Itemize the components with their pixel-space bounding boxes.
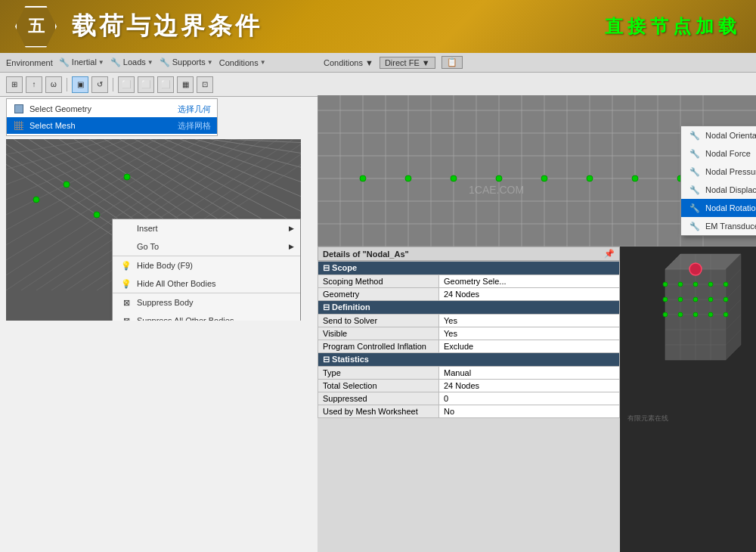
dfe-nodal-displacement-label: Nodal Displacement	[705, 185, 756, 194]
header-title: 载荷与边界条件	[72, 10, 262, 43]
svg-point-98	[663, 282, 668, 287]
definition-header-cell: ⊟ Definition	[318, 301, 620, 315]
toolbar-btn-6[interactable]: ⬜	[138, 76, 154, 93]
geometry-val: 24 Nodes	[439, 288, 620, 301]
svg-point-111	[708, 312, 713, 317]
toolbar-btn-1[interactable]: ⊞	[6, 76, 23, 93]
geometry-key: Geometry	[318, 288, 439, 301]
env-item-inertial[interactable]: 🔧 Inertial ▼	[59, 57, 104, 67]
model-3d-svg: 有限元素在线	[620, 247, 756, 428]
conditions-label: Conditions ▼	[324, 58, 373, 67]
send-solver-val: Yes	[439, 315, 620, 327]
toolbar-btn-select[interactable]: ▣	[72, 76, 88, 93]
details-table: ⊟ Scope Scoping Method Geometry Sele... …	[318, 261, 620, 418]
svg-point-38	[33, 197, 39, 203]
row-mesh-worksheet: Used by Mesh Worksheet No	[318, 405, 620, 418]
ctx-hide-body[interactable]: 💡 Hide Body (F9)	[113, 256, 300, 274]
row-scoping-method: Scoping Method Geometry Sele...	[318, 275, 620, 288]
ctx-suppress-all[interactable]: ⊠ Suppress All Other Bodies	[113, 312, 300, 321]
send-solver-key: Send to Solver	[318, 315, 439, 327]
dfe-nodal-force-label: Nodal Force	[705, 149, 751, 158]
dfe-nodal-rotation[interactable]: 🔧 Nodal Rotation	[681, 199, 756, 217]
dfe-nodal-orientation-label: Nodal Orientation	[705, 131, 756, 140]
ctx-suppress-body[interactable]: ⊠ Suppress Body	[113, 293, 300, 312]
right-panel: Conditions ▼ Direct FE ▼ 📋 🔧 Nodal Orien…	[318, 53, 756, 552]
select-mesh-item[interactable]: Select Mesh 选择网格	[7, 117, 217, 134]
env-item-supports[interactable]: 🔧 Supports ▼	[160, 57, 213, 67]
dfe-nodal-pressure-icon: 🔧	[689, 166, 701, 178]
dfe-nodal-orientation[interactable]: 🔧 Nodal Orientation	[681, 126, 756, 144]
visible-key: Visible	[318, 327, 439, 340]
type-key: Type	[318, 367, 439, 380]
row-send-solver: Send to Solver Yes	[318, 315, 620, 327]
details-pin-icon[interactable]: 📌	[604, 249, 615, 259]
ctx-suppress-body-icon: ⊠	[120, 296, 132, 309]
fe-toolbar: Conditions ▼ Direct FE ▼ 📋	[318, 53, 756, 73]
row-type: Type Manual	[318, 367, 620, 380]
section-scope: ⊟ Scope	[318, 262, 620, 275]
svg-point-99	[678, 282, 683, 287]
toolbar-btn-5[interactable]: ⬜	[118, 76, 135, 93]
select-geometry-item[interactable]: Select Geometry 选择几何	[7, 101, 217, 117]
select-mesh-label-cn: 选择网格	[178, 120, 211, 132]
env-item-conditions[interactable]: Conditions ▼	[219, 58, 266, 67]
svg-point-108	[663, 312, 668, 317]
details-title: Details of "Nodal_As"	[323, 250, 409, 259]
svg-point-102	[723, 282, 728, 287]
ctx-hide-all[interactable]: 💡 Hide All Other Bodies	[113, 274, 300, 293]
toolbar-btn-4[interactable]: ↺	[91, 76, 108, 93]
dfe-nodal-rotation-icon: 🔧	[689, 202, 701, 214]
svg-point-100	[693, 282, 698, 287]
svg-point-103	[663, 297, 668, 302]
toolbar-btn-9[interactable]: ⊡	[197, 76, 213, 93]
svg-point-39	[94, 212, 100, 218]
dfe-em-transducer[interactable]: 🔧 EM Transducer	[681, 217, 756, 235]
model-thumbnail: 有限元素在线	[620, 247, 756, 552]
svg-point-104	[678, 297, 683, 302]
toolbar-separator-2	[113, 78, 113, 91]
svg-point-72	[541, 175, 547, 181]
select-geometry-label-cn: 选择几何	[178, 104, 211, 115]
details-panel: Details of "Nodal_As" 📌 ⊟ Scope Scoping …	[318, 247, 756, 552]
fe-extra-button[interactable]: 📋	[442, 56, 463, 69]
env-item-environment[interactable]: Environment	[6, 58, 53, 67]
ctx-goto[interactable]: Go To ▶	[113, 237, 300, 256]
ctx-hide-all-label: Hide All Other Bodies	[137, 279, 216, 288]
svg-point-105	[693, 297, 698, 302]
toolbar-btn-2[interactable]: ↑	[26, 76, 42, 93]
toolbar: ⊞ ↑ ω ▣ ↺ ⬜ ⬜ ⬜ ▦ ⊡	[0, 73, 318, 97]
environment-bar: Environment 🔧 Inertial ▼ 🔧 Loads ▼ 🔧 Sup…	[0, 53, 318, 73]
dfe-nodal-orientation-icon: 🔧	[689, 129, 701, 141]
direct-fe-button[interactable]: Direct FE ▼	[380, 57, 435, 69]
dfe-nodal-pressure[interactable]: 🔧 Nodal Pressure	[681, 163, 756, 181]
left-mesh-view: Insert ▶ Go To ▶ 💡 Hide Body (F9) 💡 Hide…	[6, 139, 301, 321]
dfe-em-transducer-label: EM Transducer	[705, 222, 756, 231]
direct-fe-dropdown: 🔧 Nodal Orientation 🔧 Nodal Force 🔧 Noda…	[680, 126, 756, 236]
select-geometry-label: Select Geometry	[29, 104, 91, 113]
svg-point-109	[678, 312, 683, 317]
suppressed-val: 0	[439, 392, 620, 405]
ctx-suppress-body-label: Suppress Body	[137, 298, 194, 307]
dfe-nodal-force[interactable]: 🔧 Nodal Force	[681, 144, 756, 163]
svg-point-68	[360, 175, 366, 181]
svg-point-41	[124, 174, 130, 180]
dfe-nodal-pressure-label: Nodal Pressure	[705, 167, 756, 176]
select-mesh-label: Select Mesh	[29, 121, 76, 130]
toolbar-btn-8[interactable]: ▦	[177, 76, 194, 93]
env-item-loads[interactable]: 🔧 Loads ▼	[110, 57, 153, 67]
ctx-goto-arrow: ▶	[289, 243, 294, 250]
dfe-nodal-displacement-icon: 🔧	[689, 184, 701, 196]
inflation-key: Program Controlled Inflation	[318, 340, 439, 353]
svg-point-106	[708, 297, 713, 302]
dfe-nodal-displacement[interactable]: 🔧 Nodal Displacement	[681, 181, 756, 199]
svg-point-70	[451, 175, 457, 181]
ctx-insert[interactable]: Insert ▶	[113, 219, 300, 237]
row-geometry: Geometry 24 Nodes	[318, 288, 620, 301]
scoping-method-val: Geometry Sele...	[439, 275, 620, 288]
toolbar-btn-3[interactable]: ω	[45, 76, 62, 93]
ctx-suppress-all-label: Suppress All Other Bodies	[137, 316, 234, 321]
total-selection-key: Total Selection	[318, 380, 439, 392]
svg-point-107	[723, 297, 728, 302]
details-table-wrap: Details of "Nodal_As" 📌 ⊟ Scope Scoping …	[318, 247, 620, 552]
toolbar-btn-7[interactable]: ⬜	[157, 76, 174, 93]
